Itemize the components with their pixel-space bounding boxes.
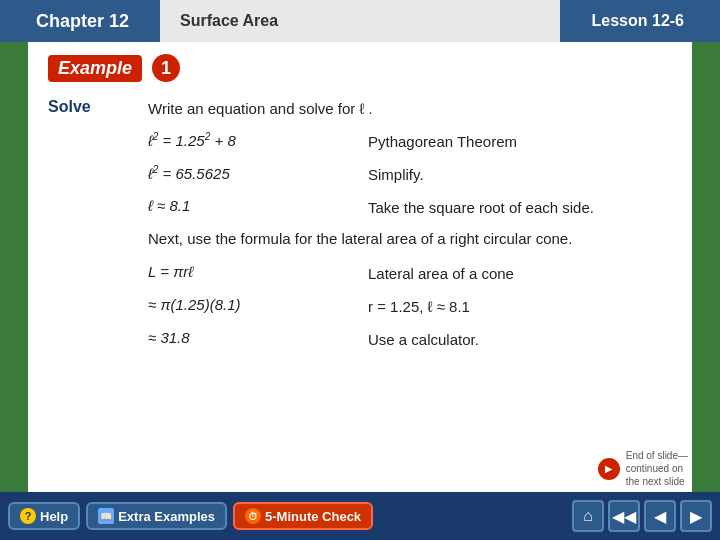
next-use-text: Next, use the formula for the lateral ar…: [48, 228, 672, 249]
formula-expr-1: L = πrℓ: [148, 261, 368, 280]
lesson-text: Lesson 12-6: [592, 12, 684, 30]
book-icon: 📖: [98, 508, 114, 524]
check-label: 5-Minute Check: [265, 509, 361, 524]
question-icon: ?: [20, 508, 36, 524]
solve-row: Solve Write an equation and solve for ℓ …: [48, 96, 672, 119]
next-icon: ▶: [690, 507, 702, 526]
desc-1: Pythagorean Theorem: [368, 129, 672, 152]
home-icon: ⌂: [583, 507, 593, 525]
math-expr-3: ℓ ≈ 8.1: [148, 195, 368, 214]
five-minute-check-button[interactable]: ⏱ 5-Minute Check: [233, 502, 373, 530]
header: Chapter 12 Surface Area Lesson 12-6: [0, 0, 720, 42]
nav-buttons: ⌂ ◀◀ ◀ ▶: [572, 500, 712, 532]
desc-3: Take the square root of each side.: [368, 195, 672, 218]
end-line2: continued on: [626, 463, 683, 474]
next-button[interactable]: ▶: [680, 500, 712, 532]
clock-icon: ⏱: [245, 508, 261, 524]
home-button[interactable]: ⌂: [572, 500, 604, 532]
title-label: Surface Area: [160, 0, 560, 42]
back-button[interactable]: ◀◀: [608, 500, 640, 532]
math-row-1: ℓ2 = 1.252 + 8 Pythagorean Theorem: [48, 129, 672, 152]
title-text: Surface Area: [180, 12, 278, 30]
back-icon: ◀◀: [612, 507, 636, 526]
solve-intro: Write an equation and solve for ℓ .: [148, 96, 672, 119]
extra-label: Extra Examples: [118, 509, 215, 524]
math-expr-2: ℓ2 = 65.5625: [148, 162, 368, 182]
formula-desc-1: Lateral area of a cone: [368, 261, 672, 284]
example-label: Example: [48, 55, 142, 82]
formula-row-1: L = πrℓ Lateral area of a cone: [48, 261, 672, 284]
end-line1: End of slide—: [626, 450, 688, 461]
end-text: End of slide— continued on the next slid…: [626, 449, 688, 488]
chapter-text: Chapter 12: [36, 11, 129, 32]
example-number: 1: [152, 54, 180, 82]
chapter-label: Chapter 12: [0, 0, 160, 42]
help-button[interactable]: ? Help: [8, 502, 80, 530]
desc-2: Simplify.: [368, 162, 672, 185]
formula-expr-2: ≈ π(1.25)(8.1): [148, 294, 368, 313]
help-label: Help: [40, 509, 68, 524]
formula-row-3: ≈ 31.8 Use a calculator.: [48, 327, 672, 350]
main-content: Example 1 Solve Write an equation and so…: [28, 42, 692, 492]
prev-icon: ◀: [654, 507, 666, 526]
formula-desc-2: r = 1.25, ℓ ≈ 8.1: [368, 294, 672, 317]
formula-row-2: ≈ π(1.25)(8.1) r = 1.25, ℓ ≈ 8.1: [48, 294, 672, 317]
left-sidebar: [0, 0, 28, 540]
bottom-left-buttons: ? Help 📖 Extra Examples ⏱ 5-Minute Check: [8, 502, 373, 530]
end-of-slide: ▶ End of slide— continued on the next sl…: [598, 449, 688, 488]
math-row-3: ℓ ≈ 8.1 Take the square root of each sid…: [48, 195, 672, 218]
prev-button[interactable]: ◀: [644, 500, 676, 532]
bottom-bar: ? Help 📖 Extra Examples ⏱ 5-Minute Check…: [0, 492, 720, 540]
extra-examples-button[interactable]: 📖 Extra Examples: [86, 502, 227, 530]
formula-expr-3: ≈ 31.8: [148, 327, 368, 346]
example-badge: Example 1: [48, 54, 672, 82]
math-row-2: ℓ2 = 65.5625 Simplify.: [48, 162, 672, 185]
end-badge-icon: ▶: [598, 458, 620, 480]
solve-label: Solve: [48, 96, 148, 116]
math-expr-1: ℓ2 = 1.252 + 8: [148, 129, 368, 149]
formula-desc-3: Use a calculator.: [368, 327, 672, 350]
lesson-label: Lesson 12-6: [560, 0, 720, 42]
right-sidebar: [692, 0, 720, 540]
end-line3: the next slide: [626, 476, 685, 487]
